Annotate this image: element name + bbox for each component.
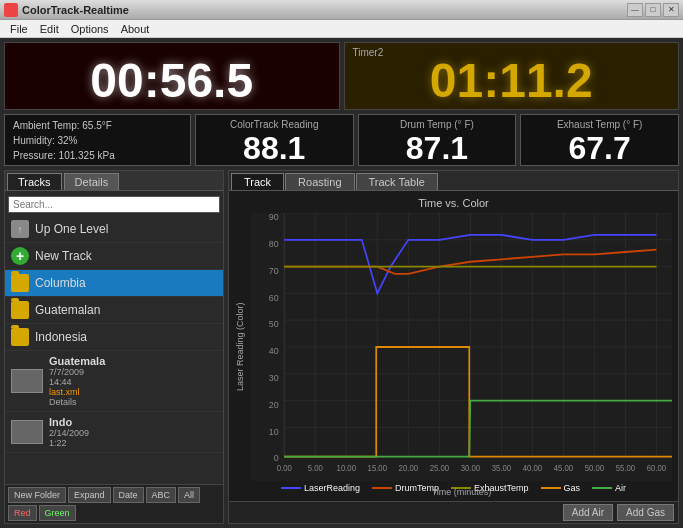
columbia-label: Columbia [35, 276, 86, 290]
chart-tab-roasting[interactable]: Roasting [285, 173, 354, 190]
list-item-columbia[interactable]: Columbia [5, 270, 223, 297]
window-controls[interactable]: — □ ✕ [627, 3, 679, 17]
ambient-temp: Ambient Temp: 65.5°F [13, 118, 182, 133]
svg-text:30.00: 30.00 [461, 464, 481, 473]
new-track-label: New Track [35, 249, 92, 263]
guatemala-details: Guatemala 7/7/2009 14:44 last.xml Detail… [49, 355, 105, 407]
chart-tab-table[interactable]: Track Table [356, 173, 438, 190]
indonesia-label: Indonesia [35, 330, 87, 344]
red-button[interactable]: Red [8, 505, 37, 521]
list-item-new-track[interactable]: + New Track [5, 243, 223, 270]
indo-date: 2/14/2009 [49, 428, 89, 438]
chart-tabs: Track Roasting Track Table [229, 171, 678, 191]
menu-options[interactable]: Options [65, 23, 115, 35]
indo-name: Indo [49, 416, 89, 428]
list-item-indonesia[interactable]: Indonesia [5, 324, 223, 351]
bottom-area: Tracks Details ↑ Up One Level + New Trac… [4, 170, 679, 524]
guatemala-thumb [11, 369, 43, 393]
expand-button[interactable]: Expand [68, 487, 111, 503]
drum-value: 87.1 [406, 132, 468, 164]
svg-text:60: 60 [269, 292, 279, 302]
svg-text:40.00: 40.00 [523, 464, 543, 473]
panel-search [5, 191, 223, 216]
guatemala-link[interactable]: Details [49, 397, 105, 407]
timer1-box: 00:56.5 [4, 42, 340, 110]
green-button[interactable]: Green [39, 505, 76, 521]
all-button[interactable]: All [178, 487, 200, 503]
chart-container: Laser Reading (Color) 0 10 20 [235, 213, 672, 481]
list-item-indo[interactable]: Indo 2/14/2009 1:22 [5, 412, 223, 453]
abc-button[interactable]: ABC [146, 487, 177, 503]
left-panel: Tracks Details ↑ Up One Level + New Trac… [4, 170, 224, 524]
app-title: ColorTrack-Realtime [22, 4, 129, 16]
svg-text:60.00: 60.00 [647, 464, 667, 473]
svg-text:10.00: 10.00 [337, 464, 357, 473]
guatemala-name: Guatemala [49, 355, 105, 367]
menu-about[interactable]: About [115, 23, 156, 35]
right-panel: Track Roasting Track Table Time vs. Colo… [228, 170, 679, 524]
main-content: 00:56.5 Timer2 01:11.2 Ambient Temp: 65.… [0, 38, 683, 528]
guatemalan-label: Guatemalan [35, 303, 100, 317]
indo-thumb [11, 420, 43, 444]
list-item-guatemala[interactable]: Guatemala 7/7/2009 14:44 last.xml Detail… [5, 351, 223, 412]
svg-text:50.00: 50.00 [585, 464, 605, 473]
up-label: Up One Level [35, 222, 108, 236]
svg-text:35.00: 35.00 [492, 464, 512, 473]
reading-box: ColorTrack Reading 88.1 [195, 114, 354, 166]
panel-footer: New Folder Expand Date ABC All Red Green [5, 484, 223, 523]
svg-text:50: 50 [269, 319, 279, 329]
svg-text:40: 40 [269, 346, 279, 356]
x-axis-label: Time (minutes) [251, 487, 672, 497]
close-button[interactable]: ✕ [663, 3, 679, 17]
right-footer: Add Air Add Gas [229, 501, 678, 523]
svg-text:80: 80 [269, 239, 279, 249]
panel-list: ↑ Up One Level + New Track Columbia Guat… [5, 216, 223, 484]
svg-text:20.00: 20.00 [399, 464, 419, 473]
tab-details[interactable]: Details [64, 173, 120, 190]
drum-box: Drum Temp (° F) 87.1 [358, 114, 517, 166]
titlebar: ColorTrack-Realtime — □ ✕ [0, 0, 683, 20]
menu-edit[interactable]: Edit [34, 23, 65, 35]
svg-text:70: 70 [269, 266, 279, 276]
indo-details: Indo 2/14/2009 1:22 [49, 416, 89, 448]
ambient-pressure: Pressure: 101.325 kPa [13, 148, 182, 163]
ambient-humidity: Humidity: 32% [13, 133, 182, 148]
new-folder-button[interactable]: New Folder [8, 487, 66, 503]
y-axis-label: Laser Reading (Color) [235, 213, 251, 481]
search-input[interactable] [8, 196, 220, 213]
maximize-button[interactable]: □ [645, 3, 661, 17]
svg-text:55.00: 55.00 [616, 464, 636, 473]
chart-title: Time vs. Color [235, 197, 672, 209]
exhaust-box: Exhaust Temp (° F) 67.7 [520, 114, 679, 166]
minimize-button[interactable]: — [627, 3, 643, 17]
chart-area: Time vs. Color Laser Reading (Color) 0 [229, 191, 678, 501]
stats-row: Ambient Temp: 65.5°F Humidity: 32% Press… [4, 114, 679, 166]
svg-text:30: 30 [269, 373, 279, 383]
list-item-up[interactable]: ↑ Up One Level [5, 216, 223, 243]
tab-tracks[interactable]: Tracks [7, 173, 62, 190]
exhaust-value: 67.7 [569, 132, 631, 164]
guatemalan-folder-icon [11, 301, 29, 319]
add-air-button[interactable]: Add Air [563, 504, 613, 521]
up-icon: ↑ [11, 220, 29, 238]
guatemala-file[interactable]: last.xml [49, 387, 105, 397]
app-icon [4, 3, 18, 17]
guatemala-time: 14:44 [49, 377, 105, 387]
svg-text:10: 10 [269, 426, 279, 436]
drum-label: Drum Temp (° F) [400, 119, 474, 130]
chart-tab-track[interactable]: Track [231, 173, 284, 190]
panel-tabs: Tracks Details [5, 171, 223, 191]
timer1-value: 00:56.5 [13, 47, 331, 115]
timer2-box: Timer2 01:11.2 [344, 42, 680, 110]
add-gas-button[interactable]: Add Gas [617, 504, 674, 521]
date-button[interactable]: Date [113, 487, 144, 503]
timer2-label: Timer2 [353, 47, 384, 58]
svg-text:45.00: 45.00 [554, 464, 574, 473]
timer2-value: 01:11.2 [353, 47, 671, 115]
timer-row: 00:56.5 Timer2 01:11.2 [4, 42, 679, 110]
indonesia-folder-icon [11, 328, 29, 346]
list-item-guatemalan[interactable]: Guatemalan [5, 297, 223, 324]
chart-inner: 0 10 20 30 40 50 60 70 80 90 [251, 213, 672, 481]
menu-file[interactable]: File [4, 23, 34, 35]
svg-text:0: 0 [274, 453, 279, 463]
